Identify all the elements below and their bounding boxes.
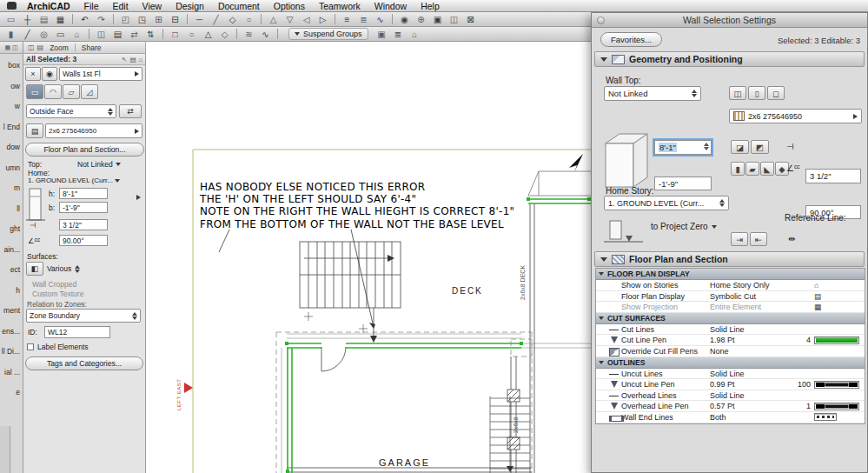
pen-color-swatch[interactable]	[814, 381, 859, 389]
attribute-value[interactable]: Solid Line	[710, 370, 791, 378]
attribute-row[interactable]: Floor Plan DisplaySymbolic Cut▤	[596, 291, 865, 303]
toolbar-icon[interactable]: □	[168, 28, 182, 40]
surface-paint-icon[interactable]: ◧	[26, 262, 43, 276]
label-elements-checkbox[interactable]	[27, 343, 34, 350]
toolbar-icon[interactable]: ↶	[77, 13, 92, 25]
toolbar-icon[interactable]: ▭	[3, 13, 18, 25]
toolbar-icon[interactable]: ∿	[373, 13, 388, 25]
geometry-method-button[interactable]: ◿	[81, 84, 98, 99]
expand-arrow-icon[interactable]	[136, 195, 141, 200]
wall-selection-settings-dialog[interactable]: Wall Selection Settings Favorites... Sel…	[591, 12, 868, 473]
toolbox-item[interactable]: l End	[0, 117, 23, 138]
angle-field[interactable]: 90.00°	[59, 235, 108, 246]
attribute-row[interactable]: Uncut Line Pen0.99 Pt100	[596, 379, 865, 390]
toolbar-icon[interactable]: △	[201, 28, 215, 40]
attribute-row[interactable]: Overhead Line Pen0.57 Pt1	[596, 401, 865, 412]
infobox-header-icon[interactable]: ↖	[122, 56, 127, 63]
wall-top-link-button[interactable]: ◻	[767, 86, 785, 100]
geometry-section-header[interactable]: Geometry and Positioning	[594, 51, 865, 67]
attribute-row[interactable]: Show ProjectionEntire Element▦	[596, 302, 865, 313]
toolbox-header-icon[interactable]: ▦	[4, 44, 10, 51]
menu-item-teamwork[interactable]: Teamwork	[312, 0, 368, 12]
menu-item-document[interactable]: Document	[211, 0, 267, 12]
toolbar-icon[interactable]: ⌂	[70, 28, 84, 40]
toolbar-icon[interactable]: ◉	[397, 13, 412, 25]
geometry-method-button[interactable]: ▭	[26, 84, 43, 99]
toolbar-icon[interactable]: ▤	[110, 28, 125, 40]
toolbar-icon[interactable]: ▤	[36, 13, 51, 25]
geometry-method-button[interactable]: ◠	[44, 84, 62, 99]
floor-plan-section-header[interactable]: Floor Plan and Section	[594, 251, 865, 267]
attribute-value[interactable]: Solid Line	[710, 391, 791, 400]
wall-profile-button[interactable]: ▰	[745, 162, 759, 176]
infobox-header-icon[interactable]: ▤	[129, 56, 136, 63]
wall-composite-icon[interactable]: ▤	[26, 123, 43, 138]
toolbox-item[interactable]: box	[0, 56, 23, 77]
attribute-row[interactable]: Show on StoriesHome Story Only⌂	[596, 280, 865, 291]
wall-profile-button[interactable]: ◩	[751, 140, 769, 154]
attribute-value[interactable]: 1.98 Pt	[710, 336, 791, 344]
toolbar-icon[interactable]: ▮	[3, 28, 18, 40]
wall-height-field[interactable]: 8'-1"	[654, 140, 712, 155]
wall-end-icon[interactable]	[814, 413, 837, 421]
toolbox-item[interactable]: m	[0, 178, 23, 199]
composite-picker[interactable]: 2x6 275646950	[729, 109, 862, 123]
attribute-row[interactable]: Cut LinesSolid Line	[596, 324, 865, 336]
flip-button[interactable]: ⇄	[119, 104, 142, 118]
wall-top-link-button[interactable]: ◫	[729, 86, 746, 100]
share-label[interactable]: Share	[82, 43, 102, 52]
toolbar-icon[interactable]: ≣	[356, 13, 371, 25]
toolbar-icon[interactable]: ⇄	[127, 28, 142, 40]
wall-top-popup[interactable]: Not Linked	[604, 86, 701, 101]
toolbar-icon[interactable]: ◁	[299, 13, 314, 25]
toolbar-icon[interactable]: ◰	[118, 13, 133, 25]
toolbar-icon[interactable]: ▭	[53, 28, 68, 40]
toolbox-item[interactable]: dow	[0, 137, 23, 158]
attribute-value[interactable]: Home Story Only	[710, 281, 791, 290]
attribute-row[interactable]: Wall End LinesBoth	[596, 412, 865, 423]
wall-profile-button[interactable]: ▮	[731, 162, 745, 176]
toolbox-item[interactable]: ens...	[0, 322, 23, 343]
toolbox-item[interactable]: w	[0, 97, 23, 117]
toolbar-icon[interactable]: ○	[184, 28, 199, 40]
toolbar-icon[interactable]: ▣	[430, 13, 445, 25]
attribute-number[interactable]: 1	[791, 402, 814, 410]
attribute-row[interactable]: Cut Line Pen1.98 Pt4	[596, 335, 865, 346]
to-project-zero-popup[interactable]: to Project Zero	[651, 222, 717, 231]
menu-item-window[interactable]: Window	[368, 0, 414, 12]
toolbar-icon[interactable]: ◫	[447, 13, 461, 25]
menu-item-options[interactable]: Options	[267, 0, 312, 12]
toolbar-icon[interactable]: ┼	[20, 13, 35, 25]
suspend-groups-button[interactable]: Suspend Groups	[288, 28, 368, 40]
reference-line-side-button[interactable]: ⇥	[731, 232, 748, 246]
toolbar-icon[interactable]: ▷	[315, 13, 330, 25]
base-offset-field[interactable]: -1'-9"	[59, 202, 108, 213]
home-story-popup[interactable]: 1. GROUND LEVEL (Curr...	[28, 177, 142, 184]
toolbox-item[interactable]: ment	[0, 301, 23, 322]
eye-icon[interactable]: ◉	[42, 67, 57, 81]
apple-menu-icon[interactable]	[7, 2, 17, 10]
attribute-value[interactable]: 0.57 Pt	[710, 402, 791, 410]
attribute-value[interactable]: None	[710, 347, 791, 356]
dialog-titlebar[interactable]: Wall Selection Settings	[592, 13, 867, 28]
toolbar-icon[interactable]: ◫	[94, 28, 109, 40]
selected-walls[interactable]	[287, 199, 591, 473]
quickbar-icon[interactable]: ▤	[37, 43, 44, 51]
menu-item-archicad[interactable]: ArchiCAD	[20, 0, 77, 12]
home-story-popup[interactable]: 1. GROUND LEVEL (Curr...	[604, 196, 729, 210]
zoom-label[interactable]: Zoom	[50, 43, 69, 52]
attribute-number[interactable]: 100	[791, 380, 814, 389]
attribute-number[interactable]: 4	[791, 336, 814, 344]
reference-line-popup[interactable]: Outside Face	[26, 104, 116, 118]
attribute-row[interactable]: Uncut LinesSolid Line	[596, 369, 865, 380]
toolbar-icon[interactable]: ─	[192, 13, 207, 25]
zone-relation-popup[interactable]: Zone Boundary	[26, 309, 141, 323]
toolbar-icon[interactable]: ∿	[258, 28, 273, 40]
toolbar-icon[interactable]: ≋	[242, 28, 256, 40]
menu-item-help[interactable]: Help	[414, 0, 447, 12]
attribute-group-header[interactable]: CUT SURFACES	[596, 313, 865, 324]
favorites-button[interactable]: Favorites...	[600, 32, 662, 47]
pen-color-swatch[interactable]	[814, 336, 859, 344]
menu-item-edit[interactable]: Edit	[106, 0, 136, 12]
surfaces-popup[interactable]: Various	[47, 264, 80, 273]
